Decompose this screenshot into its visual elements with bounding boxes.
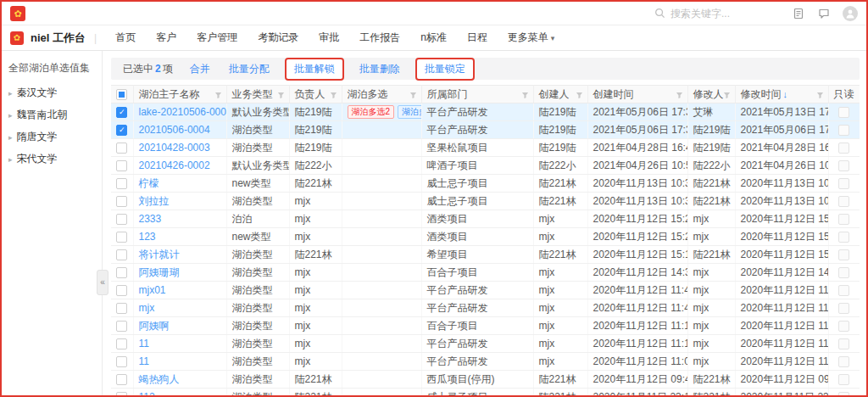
row-checkbox[interactable] [116, 160, 127, 171]
toolbar-action[interactable]: 批量锁定 [415, 58, 475, 81]
toolbar-action[interactable]: 合并 [190, 62, 210, 76]
document-icon[interactable] [792, 7, 805, 20]
sort-desc-icon[interactable]: ↓ [783, 89, 788, 99]
row-checkbox[interactable] [116, 374, 127, 385]
filter-icon[interactable] [330, 90, 337, 102]
lake-name-link[interactable]: 11 [133, 335, 226, 353]
search-input[interactable] [670, 8, 772, 20]
lake-name-link[interactable]: 20210428-0003 [133, 139, 226, 157]
row-checkbox-cell[interactable] [111, 121, 133, 139]
row-checkbox[interactable] [116, 285, 127, 296]
lake-name-link[interactable]: mjx [133, 299, 226, 317]
table-row[interactable]: 2333泊泊mjx酒类项目mjx2020年11月12日 15:25mjx2020… [111, 210, 860, 228]
row-checkbox-cell[interactable] [111, 317, 133, 335]
table-row[interactable]: 阿姨珊瑚湖泊类型mjx百合子项目mjx2020年11月12日 14:38mjx2… [111, 264, 860, 282]
row-checkbox[interactable] [116, 267, 127, 278]
filter-icon[interactable] [214, 90, 222, 102]
toolbar-action[interactable]: 批量解锁 [285, 58, 344, 81]
nav-item[interactable]: 首页 [105, 31, 146, 45]
row-checkbox-cell[interactable] [111, 103, 133, 121]
lake-name-link[interactable]: 阿姨珊瑚 [133, 264, 226, 282]
lake-name-link[interactable]: lake-20210506-0005 [133, 103, 226, 121]
row-checkbox[interactable] [116, 107, 127, 118]
row-checkbox[interactable] [116, 232, 127, 243]
filter-icon[interactable] [409, 90, 417, 102]
row-checkbox[interactable] [116, 321, 127, 332]
nav-item[interactable]: 工作报告 [349, 31, 410, 45]
row-checkbox-cell[interactable] [111, 335, 133, 353]
row-checkbox[interactable] [116, 178, 127, 189]
filter-icon[interactable] [816, 90, 824, 102]
lake-name-link[interactable]: 11 [133, 353, 226, 371]
lake-name-link[interactable]: 刘拉拉 [133, 193, 226, 210]
table-row[interactable]: 20210428-0003湖泊类型陆219陆坚果松鼠项目陆219陆2021年04… [111, 139, 860, 157]
avatar[interactable] [843, 6, 858, 21]
table-row[interactable]: 阿姨啊湖泊类型mjx百合子项目mjx2020年11月12日 11:16mjx20… [111, 317, 860, 335]
filter-icon[interactable] [576, 90, 583, 102]
nav-item[interactable]: n标准 [410, 31, 457, 45]
table-row[interactable]: mjx01湖泊类型mjx平台产品研发mjx2020年11月12日 11:46mj… [111, 282, 860, 299]
sidebar-collapse-button[interactable]: « [97, 270, 108, 295]
row-checkbox-cell[interactable] [111, 210, 133, 228]
nav-item[interactable]: 考勤记录 [248, 31, 309, 45]
select-all-checkbox[interactable] [111, 86, 133, 103]
global-search[interactable] [653, 7, 780, 20]
table-row[interactable]: 柠檬new类型陆221林威士忌子项目陆221林2020年11月13日 10:31… [111, 175, 860, 193]
table-row[interactable]: 11湖泊类型mjx平台产品研发mjx2020年11月12日 11:11mjx20… [111, 335, 860, 353]
filter-icon[interactable] [277, 90, 285, 102]
row-checkbox-cell[interactable] [111, 246, 133, 264]
table-row[interactable]: 竭热狗人湖泊类型陆221林西瓜项目(停用)陆221林2020年11月12日 09… [111, 371, 860, 389]
row-checkbox-cell[interactable] [111, 371, 133, 389]
row-checkbox-cell[interactable] [111, 389, 133, 396]
select-all-checkbox-box[interactable] [116, 89, 127, 100]
filter-icon[interactable] [676, 90, 683, 102]
row-checkbox-cell[interactable] [111, 175, 133, 193]
nav-item[interactable]: 日程 [457, 31, 498, 45]
sidebar-tree-item[interactable]: ▸秦汉文学 [8, 86, 95, 100]
row-checkbox[interactable] [116, 125, 127, 136]
table-row[interactable]: lake-20210506-0005默认业务类型陆219陆湖泊多选2湖泊多选1平… [111, 103, 860, 121]
row-checkbox[interactable] [116, 196, 127, 207]
lake-name-link[interactable]: 20210506-0004 [133, 121, 226, 139]
row-checkbox-cell[interactable] [111, 157, 133, 175]
chat-icon[interactable] [817, 7, 831, 20]
table-row[interactable]: 将计就计湖泊类型陆221林希望项目陆221林2020年11月12日 15:15陆… [111, 246, 860, 264]
row-checkbox[interactable] [116, 249, 127, 260]
table-row[interactable]: 20210426-0002默认业务类型陆222小啤酒子项目陆222小2021年0… [111, 157, 860, 175]
row-checkbox-cell[interactable] [111, 353, 133, 371]
row-checkbox-cell[interactable] [111, 282, 133, 299]
nav-item[interactable]: 客户管理 [186, 31, 248, 45]
nav-item[interactable]: 审批 [309, 31, 349, 45]
lake-name-link[interactable]: 112 [133, 389, 226, 396]
row-checkbox-cell[interactable] [111, 228, 133, 246]
row-checkbox[interactable] [116, 303, 127, 314]
nav-item[interactable]: 更多菜单▾ [498, 31, 565, 45]
toolbar-action[interactable]: 批量删除 [359, 62, 400, 76]
row-checkbox-cell[interactable] [111, 299, 133, 317]
app-logo-icon[interactable]: ✿ [10, 6, 25, 21]
sidebar-tree-item[interactable]: ▸宋代文学 [8, 152, 95, 166]
row-checkbox-cell[interactable] [111, 193, 133, 210]
filter-icon[interactable] [723, 90, 731, 102]
table-row[interactable]: 112湖泊类型陆221林威士忌子项目陆221林2020年11月11日 23:11… [111, 389, 860, 396]
row-checkbox-cell[interactable] [111, 264, 133, 282]
table-row[interactable]: mjx湖泊类型mjx平台产品研发mjx2020年11月12日 11:44mjx2… [111, 299, 860, 317]
sidebar-tree-item[interactable]: ▸魏晋南北朝 [8, 108, 95, 122]
row-checkbox[interactable] [116, 214, 127, 225]
lake-name-link[interactable]: 20210426-0002 [133, 157, 226, 175]
table-row[interactable]: 123new类型mjx酒类项目mjx2020年11月12日 15:25mjx20… [111, 228, 860, 246]
lake-name-link[interactable]: 将计就计 [133, 246, 226, 264]
row-checkbox[interactable] [116, 392, 127, 395]
toolbar-action[interactable]: 批量分配 [229, 62, 270, 76]
row-checkbox[interactable] [116, 143, 127, 154]
table-row[interactable]: 11湖泊类型mjx平台产品研发mjx2020年11月12日 11:03mjx20… [111, 353, 860, 371]
lake-name-link[interactable]: 竭热狗人 [133, 371, 226, 389]
table-row[interactable]: 刘拉拉湖泊类型mjx威士忌子项目陆221林2020年11月13日 10:30陆2… [111, 193, 860, 210]
lake-name-link[interactable]: 123 [133, 228, 226, 246]
nav-item[interactable]: 客户 [146, 31, 186, 45]
row-checkbox[interactable] [116, 338, 127, 349]
row-checkbox-cell[interactable] [111, 139, 133, 157]
lake-name-link[interactable]: 2333 [133, 210, 226, 228]
sidebar-tree-item[interactable]: ▸隋唐文学 [8, 130, 95, 144]
filter-icon[interactable] [521, 90, 529, 102]
